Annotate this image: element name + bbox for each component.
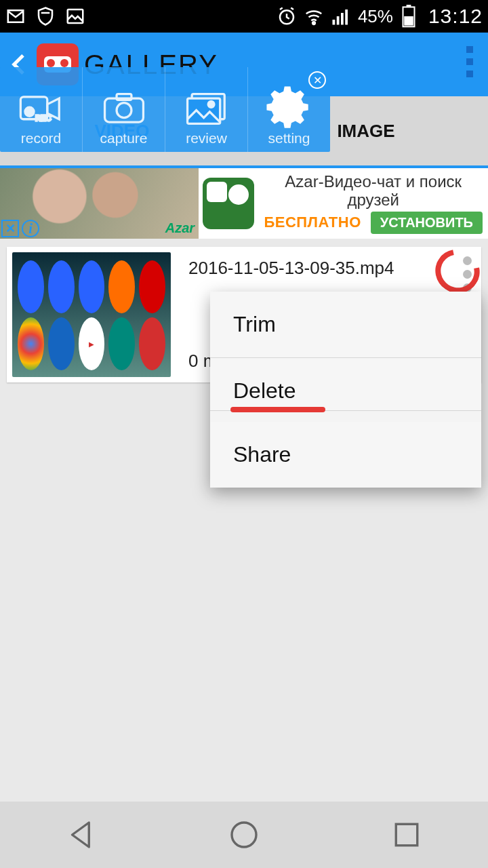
svg-rect-3 [332, 20, 335, 25]
alarm-icon [277, 6, 297, 26]
status-bar: 45% 13:12 [0, 0, 488, 33]
action-review-label: review [186, 130, 227, 146]
ad-install-button[interactable]: УСТАНОВИТЬ [371, 212, 483, 234]
video-item-menu-button[interactable] [463, 256, 472, 292]
svg-point-19 [232, 823, 256, 847]
camcorder-icon: REC [18, 87, 65, 127]
image-icon [65, 6, 85, 26]
mail-icon [5, 6, 26, 26]
video-filename: 2016-11-05-13-09-35.mp4 [188, 258, 469, 279]
ad-close-icon[interactable]: ✕ [1, 220, 19, 237]
action-review[interactable]: review [165, 67, 247, 152]
svg-point-18 [208, 101, 214, 107]
ad-price-label: БЕСПЛАТНО [264, 214, 361, 231]
ad-brand-text: Azar [165, 220, 195, 236]
ad-creative-image: Azar ✕ i [0, 168, 199, 239]
battery-percent: 45% [358, 6, 393, 27]
annotation-underline [230, 407, 325, 412]
signal-icon [331, 6, 351, 26]
close-panel-icon[interactable]: ✕ [308, 71, 326, 89]
svg-point-2 [312, 22, 315, 24]
camera-icon [100, 87, 148, 127]
svg-point-11 [24, 107, 33, 116]
ad-app-icon [199, 168, 258, 239]
svg-point-14 [117, 102, 131, 117]
ad-info-icon[interactable]: i [22, 220, 39, 237]
menu-share[interactable]: Share [210, 422, 481, 488]
video-thumbnail: ▶ [7, 247, 176, 382]
system-nav-bar [0, 802, 488, 868]
gear-icon [266, 87, 313, 127]
svg-rect-9 [404, 16, 413, 26]
quick-actions-panel: REC record capture review ✕ setting [0, 67, 330, 152]
svg-rect-8 [407, 5, 411, 7]
nav-home-button[interactable] [224, 814, 264, 855]
context-menu: Trim Delete Share [210, 292, 481, 488]
ad-banner[interactable]: Azar ✕ i Azar-Видео-чат и поиск друзей Б… [0, 165, 488, 239]
action-settings[interactable]: ✕ setting [247, 67, 330, 152]
shield-icon [35, 6, 56, 26]
appbar-overflow-button[interactable] [466, 46, 473, 77]
picture-icon [183, 87, 230, 127]
svg-rect-5 [341, 13, 344, 25]
svg-rect-15 [117, 94, 131, 100]
action-record[interactable]: REC record [0, 67, 82, 152]
action-settings-label: setting [268, 130, 310, 146]
nav-back-button[interactable] [61, 814, 102, 855]
svg-rect-6 [345, 9, 348, 25]
menu-trim[interactable]: Trim [210, 292, 481, 358]
nav-recents-button[interactable] [386, 814, 427, 855]
menu-delete[interactable]: Delete [210, 358, 481, 411]
ad-title: Azar-Видео-чат и поиск друзей [264, 173, 483, 209]
action-capture[interactable]: capture [82, 67, 165, 152]
action-record-label: record [21, 130, 62, 146]
clock-text: 13:12 [428, 5, 483, 28]
action-capture-label: capture [100, 130, 147, 146]
svg-text:REC: REC [35, 114, 51, 122]
svg-rect-20 [396, 824, 418, 846]
wifi-icon [304, 6, 324, 26]
svg-rect-4 [337, 16, 340, 25]
battery-icon [400, 5, 418, 28]
svg-rect-17 [187, 98, 220, 123]
